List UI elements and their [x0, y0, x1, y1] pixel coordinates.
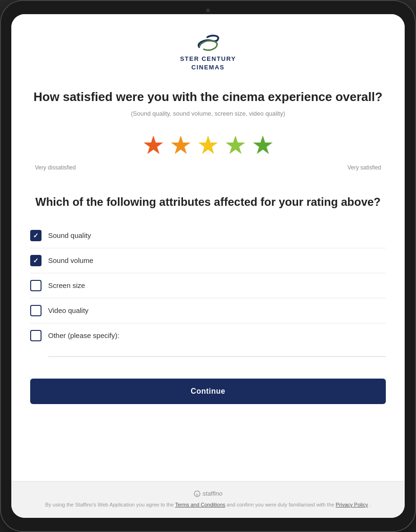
stars-rating[interactable]: ★ ★ ★ ★ ★ [30, 132, 386, 158]
other-top: Other (please specify): [30, 330, 386, 341]
star-labels: Very dissatisfied Very satisfied [30, 164, 386, 171]
staffino-logo: s staffino [30, 490, 386, 497]
staffino-logo-icon: s [194, 490, 200, 497]
checkbox-list: Sound quality Sound volume Screen size V… [30, 223, 386, 363]
checkbox-label-sound-quality: Sound quality [48, 231, 91, 239]
checkbox-item-sound-quality[interactable]: Sound quality [30, 223, 386, 248]
checkbox-sound-quality[interactable] [30, 230, 42, 241]
star-2[interactable]: ★ [169, 132, 192, 158]
checkbox-label-other: Other (please specify): [48, 331, 119, 339]
footer-period: . [369, 502, 371, 507]
star-3[interactable]: ★ [197, 132, 219, 158]
main-content: STER CENTURYCINEMAS How satisfied were y… [11, 14, 405, 481]
footer-legal-text: By using the Staffino's Web Application … [30, 501, 386, 509]
brand-name: STER CENTURYCINEMAS [180, 55, 236, 72]
checkbox-item-video-quality[interactable]: Video quality [30, 298, 386, 323]
footer-text-part1: By using the Staffino's Web Application … [45, 502, 174, 507]
terms-conditions-link[interactable]: Terms and Conditions [175, 502, 225, 507]
logo-area: STER CENTURYCINEMAS [30, 33, 386, 72]
question2-title: Which of the following attributes affect… [30, 194, 386, 210]
checkbox-other[interactable] [30, 330, 42, 341]
svg-text:s: s [196, 492, 198, 496]
star-label-left: Very dissatisfied [35, 164, 76, 171]
star-5[interactable]: ★ [251, 132, 274, 158]
star-1[interactable]: ★ [142, 132, 165, 158]
checkbox-label-sound-volume: Sound volume [48, 256, 93, 264]
checkbox-item-screen-size[interactable]: Screen size [30, 273, 386, 298]
checkbox-label-screen-size: Screen size [48, 281, 85, 289]
tablet-camera [206, 8, 210, 12]
checkbox-label-video-quality: Video quality [48, 306, 89, 314]
staffino-brand-name: staffino [203, 490, 223, 497]
checkbox-sound-volume[interactable] [30, 255, 42, 266]
footer-text-part2: and confirm you were duly familiarised w… [227, 502, 334, 507]
checkbox-screen-size[interactable] [30, 280, 42, 291]
checkbox-item-other[interactable]: Other (please specify): [30, 323, 386, 363]
tablet-frame: STER CENTURYCINEMAS How satisfied were y… [0, 0, 416, 532]
brand-logo-icon [194, 33, 222, 52]
checkbox-video-quality[interactable] [30, 305, 42, 316]
question1-title: How satisfied were you with the cinema e… [30, 89, 386, 105]
continue-button[interactable]: Continue [30, 379, 386, 404]
footer-bar: s staffino By using the Staffino's Web A… [11, 481, 405, 518]
star-label-right: Very satisfied [348, 164, 381, 171]
tablet-screen: STER CENTURYCINEMAS How satisfied were y… [11, 14, 405, 518]
other-specify-input[interactable] [48, 345, 386, 357]
star-4[interactable]: ★ [224, 132, 247, 158]
privacy-policy-link[interactable]: Privacy Policy [336, 502, 368, 507]
checkbox-item-sound-volume[interactable]: Sound volume [30, 248, 386, 273]
question1-subtitle: (Sound quality, sound volume, screen siz… [30, 110, 386, 117]
